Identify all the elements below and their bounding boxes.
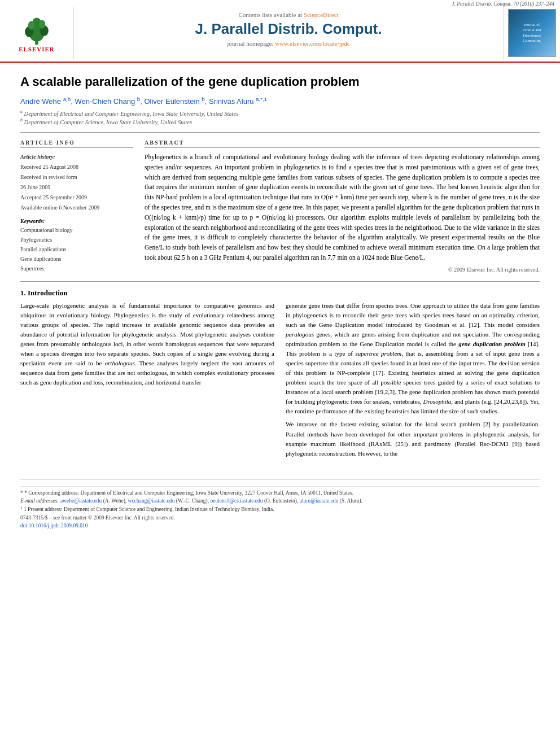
revised-date: 26 June 2009: [20, 183, 133, 192]
svg-point-6: [28, 21, 34, 29]
intro-col2-para2: We improve on the fastest existing solut…: [286, 420, 540, 458]
footer-copyright: 0743-7315/$ – see front matter © 2009 El…: [20, 514, 540, 530]
keyword-4: Gene duplications: [20, 254, 133, 264]
keyword-1: Computational biology: [20, 225, 133, 235]
elsevier-branding: ELSEVIER: [0, 7, 73, 59]
article-history: Article history: Received 25 August 2008…: [20, 152, 133, 212]
page-footer: * * Corresponding address: Department of…: [20, 479, 540, 530]
sciencedirect-line: Contents lists available at ScienceDirec…: [80, 11, 497, 18]
journal-title-area: Contents lists available at ScienceDirec…: [73, 7, 504, 59]
article-info-col: ARTICLE INFO Article history: Received 2…: [20, 139, 133, 273]
cover-text: Journal of Parallel and Distributed Comp…: [522, 23, 541, 43]
keywords-label: Keywords:: [20, 218, 133, 224]
authors-line: André Wehe a,b, Wen-Chieh Chang b, Olive…: [20, 96, 540, 106]
sciencedirect-link[interactable]: ScienceDirect: [304, 11, 339, 18]
svg-point-7: [39, 20, 45, 28]
footnote-star: * * Corresponding address: Department of…: [20, 489, 540, 497]
elsevier-tree-icon: [20, 14, 54, 45]
available-date: Available online 6 November 2009: [20, 203, 133, 212]
article-info-header: ARTICLE INFO: [20, 139, 133, 148]
doi-link[interactable]: doi:10.1016/j.jpdc.2009.09.010: [20, 523, 88, 528]
keyword-5: Supertrees: [20, 264, 133, 273]
abstract-header: ABSTRACT: [145, 139, 540, 148]
body-columns: Large-scale phylogenetic analysis is of …: [20, 301, 540, 462]
keyword-3: Parallel applications: [20, 244, 133, 254]
journal-title: J. Parallel Distrib. Comput.: [80, 20, 497, 38]
article-title: A scalable parallelization of the gene d…: [20, 74, 540, 90]
homepage-link[interactable]: www.elsevier.com/locate/jpdc: [275, 40, 349, 47]
journal-cover-area: Journal of Parallel and Distributed Comp…: [504, 7, 560, 59]
accepted-date: Accepted 25 September 2009: [20, 193, 133, 202]
divider-2: [20, 281, 540, 282]
info-abstract-section: ARTICLE INFO Article history: Received 2…: [20, 139, 540, 273]
abstract-text: Phylogenetics is a branch of computation…: [145, 152, 540, 263]
revised-label: Received in revised form: [20, 173, 133, 182]
keywords-section: Keywords: Computational biology Phylogen…: [20, 218, 133, 273]
footnote-corresponding: * * Corresponding address: Department of…: [20, 486, 540, 514]
elsevier-logo: ELSEVIER: [19, 14, 55, 53]
keyword-2: Phylogenetics: [20, 235, 133, 244]
elsevier-wordmark: ELSEVIER: [19, 46, 55, 53]
received-date: Received 25 August 2008: [20, 163, 133, 172]
journal-ref: J. Parallel Distrib. Comput. 70 (2010) 2…: [0, 0, 560, 7]
journal-header: ELSEVIER Contents lists available at Sci…: [0, 7, 560, 63]
footnote-present: 1 1 Present address: Department of Compu…: [20, 505, 540, 513]
affiliation-b: b Department of Computer Science, Iowa S…: [20, 117, 540, 125]
page: J. Parallel Distrib. Comput. 70 (2010) 2…: [0, 0, 560, 747]
abstract-col: ABSTRACT Phylogenetics is a branch of co…: [145, 139, 540, 273]
journal-cover-image: Journal of Parallel and Distributed Comp…: [508, 9, 556, 57]
history-label: Article history:: [20, 152, 133, 161]
intro-col1-text: Large-scale phylogenetic analysis is of …: [20, 301, 274, 387]
intro-col2-para1: generate gene trees that differ from spe…: [286, 301, 540, 417]
main-content: A scalable parallelization of the gene d…: [0, 63, 560, 473]
journal-homepage: journal homepage: www.elsevier.com/locat…: [80, 40, 497, 47]
divider-1: [20, 132, 540, 133]
footnote-emails: E-mail addresses: awehe@iastate.edu (A. …: [20, 497, 540, 505]
affiliation-a: a Department of Electrical and Computer …: [20, 109, 540, 117]
copyright-line: © 2009 Elsevier Inc. All rights reserved…: [145, 267, 540, 273]
intro-section-title: 1. Introduction: [20, 289, 540, 298]
body-col-left: Large-scale phylogenetic analysis is of …: [20, 301, 274, 462]
body-col-right: generate gene trees that differ from spe…: [286, 301, 540, 462]
